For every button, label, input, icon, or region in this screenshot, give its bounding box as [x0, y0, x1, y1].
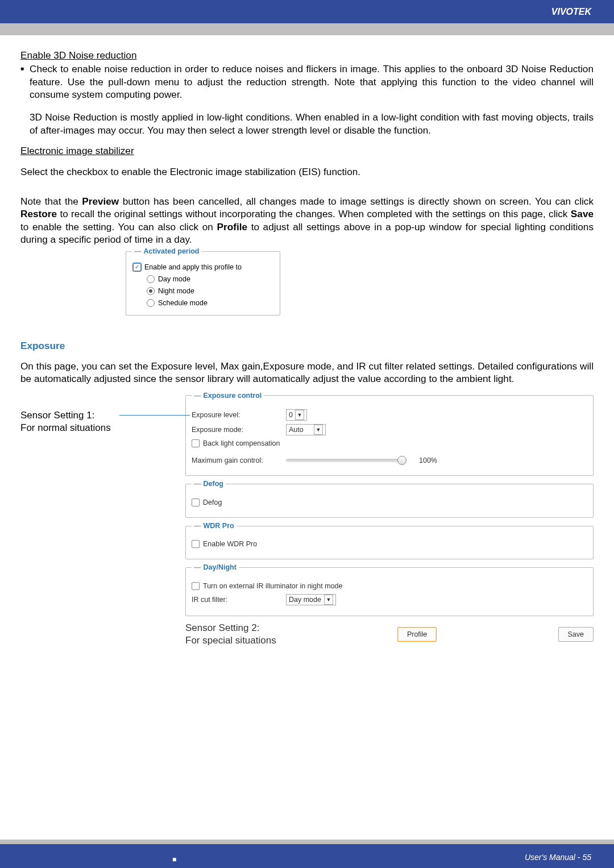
blc-row[interactable]: Back light compensation — [192, 439, 587, 448]
blc-checkbox[interactable] — [192, 439, 200, 447]
activated-period-group: —Activated period Enable and apply this … — [126, 247, 280, 315]
group-legend: Day/Night — [204, 563, 237, 571]
select-value: Day mode — [289, 596, 321, 604]
group-legend: Activated period — [144, 247, 200, 255]
defog-label: Defog — [203, 498, 222, 507]
emphasis-profile: Profile — [217, 221, 247, 232]
paragraph-text: 3D Noise Reduction is mostly applied in … — [30, 111, 594, 136]
mode-label: Day mode — [158, 275, 190, 284]
schedule-mode-radio[interactable] — [147, 299, 155, 307]
ircut-select[interactable]: Day mode▼ — [286, 594, 336, 605]
day-mode-row[interactable]: Day mode — [132, 273, 274, 285]
wdr-group: —WDR Pro Enable WDR Pro — [185, 521, 594, 560]
daynight-group: —Day/Night Turn on external IR illuminat… — [185, 563, 594, 616]
select-value: Auto — [289, 426, 304, 434]
exposure-control-group: —Exposure control Exposure level: 0▼ Exp… — [185, 391, 594, 476]
night-mode-row[interactable]: Night mode — [132, 285, 274, 297]
exposure-title: Exposure — [20, 339, 594, 352]
slider-thumb[interactable] — [397, 456, 406, 465]
emphasis-save: Save — [571, 208, 594, 219]
max-gain-label: Maximum gain control: — [192, 456, 283, 465]
panel-footer: Sensor Setting 2: For special situations… — [185, 622, 594, 647]
section-eis: Electronic image stabilizer Select the c… — [20, 144, 594, 178]
dropdown-arrow-icon: ▼ — [314, 425, 323, 435]
exposure-mode-select[interactable]: Auto▼ — [286, 424, 326, 435]
group-legend: WDR Pro — [204, 522, 234, 530]
select-value: 0 — [289, 411, 293, 419]
ir-illuminator-row[interactable]: Turn on external IR illuminator in night… — [192, 582, 587, 591]
brand-text: VIVOTEK — [551, 6, 591, 18]
connector-line — [119, 415, 190, 416]
paragraph-text: Select the checkbox to enable the Electr… — [20, 165, 594, 178]
group-legend: Exposure control — [204, 392, 262, 400]
sensor-setting-2-note: Sensor Setting 2: For special situations — [185, 622, 276, 647]
exposure-panel: —Exposure control Exposure level: 0▼ Exp… — [185, 391, 594, 647]
emphasis-restore: Restore — [20, 208, 57, 219]
emphasis-preview: Preview — [82, 196, 119, 207]
ir-illuminator-checkbox[interactable] — [192, 582, 200, 590]
wdr-label: Enable WDR Pro — [203, 539, 257, 549]
paragraph-text: to enable the setting. You can also clic… — [20, 221, 217, 232]
paragraph-text: Check to enable noise reduction in order… — [30, 63, 594, 101]
max-gain-value: 100% — [419, 456, 437, 465]
ir-illuminator-label: Turn on external IR illuminator in night… — [203, 582, 343, 591]
paragraph-text: button has been cancelled, all changes m… — [119, 196, 594, 207]
enable-profile-row[interactable]: Enable and apply this profile to — [132, 261, 274, 273]
section-title: Electronic image stabilizer — [20, 144, 594, 157]
page-footer: ■ User's Manual - 55 — [0, 844, 614, 868]
defog-checkbox[interactable] — [192, 499, 200, 506]
page-content: Enable 3D Noise reduction Check to enabl… — [0, 35, 614, 840]
page-number: User's Manual - 55 — [525, 852, 591, 862]
note-line: For special situations — [185, 634, 276, 647]
dropdown-arrow-icon: ▼ — [295, 410, 304, 420]
paragraph-text: On this page, you can set the Exposure l… — [20, 360, 594, 385]
note-line: Sensor Setting 1: — [20, 409, 174, 422]
defog-group: —Defog Defog — [185, 479, 594, 518]
note-line: For normal situations — [20, 422, 174, 434]
section-3d-noise: Enable 3D Noise reduction Check to enabl… — [20, 49, 594, 136]
page-header: VIVOTEK — [0, 0, 614, 23]
profile-button[interactable]: Profile — [397, 627, 437, 642]
exposure-level-select[interactable]: 0▼ — [286, 409, 307, 421]
section-preview-note: Note that the Preview button has been ca… — [20, 195, 594, 246]
note-line: Sensor Setting 2: — [185, 622, 276, 634]
group-legend: Defog — [204, 480, 223, 488]
wdr-row[interactable]: Enable WDR Pro — [192, 539, 587, 549]
mode-label: Schedule mode — [158, 298, 208, 308]
max-gain-slider[interactable] — [286, 459, 405, 462]
night-mode-radio[interactable] — [147, 287, 155, 295]
paragraph-text: Note that the — [20, 196, 82, 207]
blc-label: Back light compensation — [203, 439, 280, 448]
schedule-mode-row[interactable]: Schedule mode — [132, 297, 274, 309]
sensor-setting-1-note: Sensor Setting 1: For normal situations — [20, 391, 174, 647]
ircut-label: IR cut filter: — [192, 595, 283, 604]
footer-bullet-icon: ■ — [172, 855, 176, 865]
section-title: Enable 3D Noise reduction — [20, 49, 594, 61]
paragraph: Check to enable noise reduction in order… — [20, 63, 594, 136]
paragraph-text: to recall the original settings without … — [57, 208, 571, 219]
dropdown-arrow-icon: ▼ — [324, 595, 333, 605]
enable-profile-checkbox[interactable] — [133, 263, 141, 271]
save-button[interactable]: Save — [558, 627, 594, 642]
mode-label: Night mode — [158, 286, 194, 296]
day-mode-radio[interactable] — [147, 275, 155, 283]
exposure-mode-label: Exposure mode: — [192, 425, 283, 434]
exposure-level-label: Exposure level: — [192, 410, 283, 420]
enable-profile-label: Enable and apply this profile to — [144, 263, 242, 272]
wdr-checkbox[interactable] — [192, 540, 200, 548]
defog-row[interactable]: Defog — [192, 498, 587, 507]
